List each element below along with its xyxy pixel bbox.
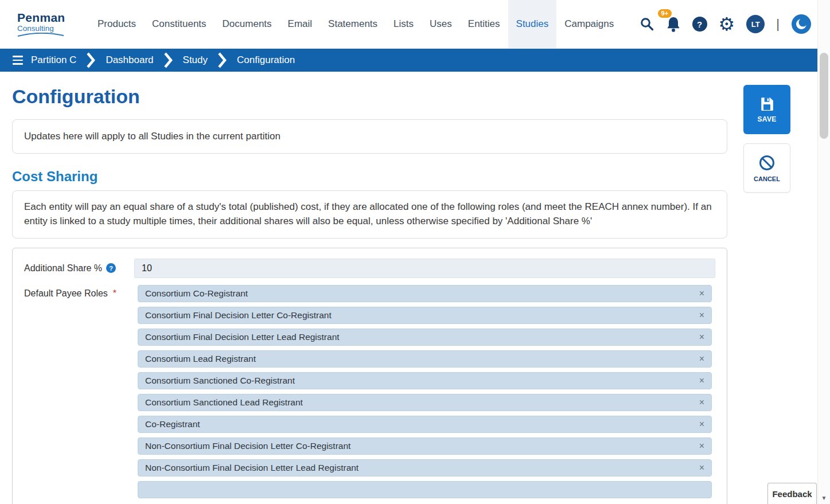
- tag-label: Consortium Final Decision Letter Lead Re…: [145, 332, 340, 342]
- cancel-slash-icon: [758, 154, 776, 171]
- brand-underline-swoosh: [17, 33, 64, 37]
- top-navigation: Penman Consulting Products Constituents …: [0, 0, 830, 49]
- payee-role-tag: Consortium Sanctioned Lead Registrant×: [138, 394, 712, 411]
- feedback-button[interactable]: Feedback: [767, 483, 817, 504]
- hamburger-menu-icon[interactable]: [13, 56, 23, 65]
- remove-tag-icon[interactable]: ×: [699, 463, 704, 472]
- vertical-scrollbar[interactable]: ▼: [817, 0, 830, 504]
- feedback-button-label: Feedback: [772, 489, 812, 499]
- cost-sharing-form: Additional Share % ? Default Payee Roles…: [12, 248, 727, 504]
- scrollbar-thumb[interactable]: [820, 53, 828, 139]
- bell-icon[interactable]: 9+: [666, 16, 681, 32]
- default-payee-roles-row: Default Payee Roles * Consortium Co-Regi…: [24, 285, 715, 498]
- search-icon[interactable]: [640, 17, 654, 32]
- breadcrumb-study[interactable]: Study: [183, 54, 208, 66]
- tag-label: Consortium Co-Registrant: [145, 288, 248, 299]
- brand-logo[interactable]: Penman Consulting: [17, 0, 75, 48]
- payee-role-tag: Non-Consortium Final Decision Letter Co-…: [138, 437, 712, 455]
- breadcrumb: Partition C Dashboard Study Configuratio…: [0, 49, 830, 72]
- payee-role-tag-partial: [138, 481, 712, 498]
- nav-item-entities[interactable]: Entities: [460, 0, 508, 48]
- payee-role-tag: Consortium Final Decision Letter Co-Regi…: [138, 307, 712, 324]
- tag-label: Non-Consortium Final Decision Letter Co-…: [145, 441, 350, 451]
- chevron-right-icon: [218, 52, 227, 68]
- gear-icon[interactable]: ⚙: [719, 15, 735, 33]
- breadcrumb-partition[interactable]: Partition C: [31, 54, 76, 66]
- breadcrumb-configuration[interactable]: Configuration: [237, 54, 295, 66]
- notification-badge: 9+: [658, 9, 672, 18]
- additional-share-row: Additional Share % ?: [24, 259, 715, 278]
- page-actions: SAVE CANCEL: [743, 85, 790, 193]
- remove-tag-icon[interactable]: ×: [699, 311, 704, 320]
- tag-label: Co-Registrant: [145, 419, 200, 429]
- remove-tag-icon[interactable]: ×: [699, 398, 704, 407]
- remove-tag-icon[interactable]: ×: [699, 333, 704, 342]
- nav-item-documents[interactable]: Documents: [215, 0, 280, 48]
- nav-item-studies[interactable]: Studies: [508, 0, 557, 48]
- cost-sharing-description: Each entity will pay an equal share of a…: [12, 190, 727, 239]
- required-marker: *: [113, 288, 116, 299]
- chevron-right-icon: [164, 52, 173, 68]
- main-menu: Products Constituents Documents Email St…: [89, 0, 622, 48]
- additional-share-input[interactable]: [134, 259, 715, 278]
- nav-separator: |: [776, 17, 780, 32]
- partition-notice: Updates here will apply to all Studies i…: [12, 119, 727, 154]
- nav-item-lists[interactable]: Lists: [385, 0, 422, 48]
- nav-item-statements[interactable]: Statements: [320, 0, 385, 48]
- payee-role-tag: Consortium Sanctioned Co-Registrant×: [138, 372, 712, 389]
- save-button[interactable]: SAVE: [743, 85, 790, 134]
- payee-role-tag: Consortium Final Decision Letter Lead Re…: [138, 329, 712, 346]
- brand-subname: Consulting: [17, 24, 75, 33]
- payee-role-tag: Co-Registrant×: [138, 416, 712, 433]
- nav-item-constituents[interactable]: Constituents: [144, 0, 215, 48]
- nav-item-uses[interactable]: Uses: [422, 0, 460, 48]
- additional-share-label: Additional Share % ?: [24, 263, 134, 274]
- nav-item-products[interactable]: Products: [89, 0, 144, 48]
- remove-tag-icon[interactable]: ×: [699, 442, 704, 451]
- tag-label: Consortium Final Decision Letter Co-Regi…: [145, 310, 332, 321]
- scrollbar-down-arrow-icon[interactable]: ▼: [818, 493, 830, 503]
- payee-role-tag: Consortium Co-Registrant×: [138, 285, 712, 302]
- breadcrumb-dashboard[interactable]: Dashboard: [106, 54, 153, 66]
- help-icon[interactable]: ?: [692, 17, 707, 32]
- nav-item-campaigns[interactable]: Campaigns: [556, 0, 622, 48]
- tag-label: Non-Consortium Final Decision Letter Lea…: [145, 463, 359, 473]
- help-tooltip-icon[interactable]: ?: [106, 263, 116, 273]
- brand-name: Penman: [17, 11, 75, 25]
- tag-label: Consortium Sanctioned Lead Registrant: [145, 397, 303, 408]
- remove-tag-icon[interactable]: ×: [699, 420, 704, 429]
- payee-role-tag: Non-Consortium Final Decision Letter Lea…: [138, 459, 712, 476]
- payee-role-tag: Consortium Lead Registrant×: [138, 350, 712, 368]
- page-content: Configuration Updates here will apply to…: [0, 72, 830, 504]
- default-payee-roles-label-text: Default Payee Roles: [24, 288, 108, 299]
- floppy-disk-icon: [759, 96, 774, 111]
- cancel-button[interactable]: CANCEL: [743, 143, 790, 193]
- nav-item-email[interactable]: Email: [280, 0, 321, 48]
- payee-roles-multiselect: Consortium Co-Registrant× Consortium Fin…: [134, 285, 715, 498]
- tag-label: Consortium Lead Registrant: [145, 354, 256, 364]
- default-payee-roles-label: Default Payee Roles *: [24, 285, 134, 299]
- section-title-cost-sharing: Cost Sharing: [12, 169, 727, 185]
- remove-tag-icon[interactable]: ×: [699, 376, 704, 385]
- remove-tag-icon[interactable]: ×: [699, 289, 704, 298]
- tag-label: Consortium Sanctioned Co-Registrant: [145, 376, 295, 386]
- avatar[interactable]: LT: [746, 15, 765, 33]
- save-button-label: SAVE: [758, 115, 777, 123]
- additional-share-label-text: Additional Share %: [24, 263, 102, 274]
- app-logo-icon[interactable]: [791, 14, 812, 34]
- cancel-button-label: CANCEL: [754, 175, 780, 182]
- page-title: Configuration: [12, 85, 830, 108]
- remove-tag-icon[interactable]: ×: [699, 354, 704, 364]
- chevron-right-icon: [87, 52, 95, 68]
- nav-utility-icons: 9+ ? ⚙ LT |: [640, 0, 830, 48]
